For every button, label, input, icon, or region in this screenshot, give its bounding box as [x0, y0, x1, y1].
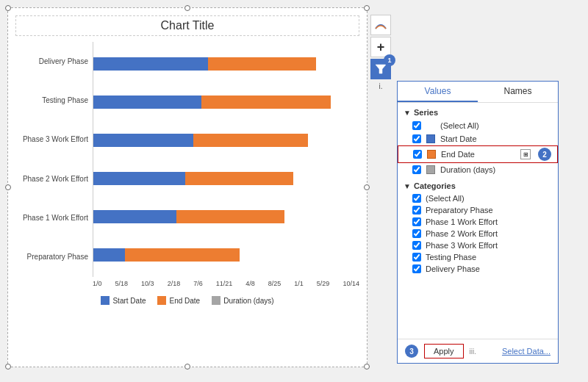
x-axis-label: 5/18 [115, 280, 129, 292]
category-checkbox[interactable] [412, 241, 421, 250]
bar-blue-segment [93, 248, 125, 262]
category-filter-item[interactable]: Phase 3 Work Effort [398, 239, 558, 251]
bars-and-xaxis: 1/05/1810/32/187/611/214/88/251/15/2910/… [93, 42, 359, 292]
badge-2: 2 [538, 148, 551, 161]
category-label-text: (Select All) [426, 194, 552, 203]
chart-wrapper: Chart Title Delivery PhaseTesting PhaseP… [7, 7, 368, 367]
bar-orange-segment [193, 134, 308, 147]
handle-bottom-left[interactable] [5, 364, 11, 370]
series-checkbox[interactable] [412, 121, 421, 130]
legend-item: Start Date [101, 296, 146, 305]
categories-toggle[interactable]: ▼ [404, 182, 411, 190]
series-label-text: Duration (days) [440, 165, 552, 174]
series-checkbox[interactable] [412, 165, 421, 174]
bar-row [93, 132, 359, 148]
category-label-text: Phase 1 Work Effort [426, 217, 552, 226]
y-axis-label: Phase 2 Work Effort [15, 175, 88, 184]
category-filter-item[interactable]: (Select All) [398, 192, 558, 204]
categories-header: ▼ Categories [398, 179, 558, 192]
bar-orange-segment [208, 57, 316, 71]
bars-container [93, 42, 359, 277]
legend-color-box [157, 296, 166, 305]
y-axis-label: Delivery Phase [15, 57, 88, 66]
chart-legend: Start DateEnd DateDuration (days) [15, 296, 359, 305]
y-axis-label: Phase 3 Work Effort [15, 135, 88, 144]
bar-row [93, 56, 359, 72]
series-label: Series [414, 108, 438, 117]
tab-names[interactable]: Names [478, 82, 558, 102]
edit-icon[interactable]: ⊞ [520, 149, 531, 159]
y-axis-label: Preparatory Phase [15, 253, 88, 262]
bar-row [93, 209, 359, 225]
x-axis-label: 5/29 [317, 280, 330, 292]
series-header: ▼ Series [398, 106, 558, 119]
series-filter-item[interactable]: End Date⊞2 [398, 145, 558, 163]
category-filter-item[interactable]: Delivery Phase [398, 263, 558, 275]
bar-orange-segment [201, 96, 331, 109]
bar-row [93, 170, 359, 187]
svg-marker-0 [376, 65, 386, 73]
chart-area: Delivery PhaseTesting PhasePhase 3 Work … [15, 42, 359, 292]
bar-blue-segment [93, 134, 193, 147]
x-axis-label: 10/14 [343, 280, 359, 292]
handle-top-mid[interactable] [184, 5, 190, 11]
series-icon [426, 134, 436, 144]
category-checkbox[interactable] [412, 229, 421, 238]
series-label-text: End Date [441, 150, 516, 159]
x-axis-label: 4/8 [245, 280, 255, 292]
series-items: (Select All)Start DateEnd Date⊞2Duration… [398, 119, 558, 176]
handle-mid-left[interactable] [5, 184, 11, 190]
series-icon [426, 149, 437, 159]
category-filter-item[interactable]: Testing Phase [398, 251, 558, 263]
bar-row [93, 94, 359, 110]
main-container: Chart Title Delivery PhaseTesting PhaseP… [7, 7, 581, 375]
chart-elements-button[interactable] [370, 15, 391, 35]
x-axis-label: 1/0 [93, 280, 102, 292]
x-axis-label: 7/6 [193, 280, 203, 292]
categories-label: Categories [414, 181, 456, 190]
panel-footer: 3 Apply iii. Select Data... [398, 339, 558, 363]
legend-color-box [212, 296, 220, 305]
category-checkbox[interactable] [412, 253, 421, 262]
series-checkbox[interactable] [413, 150, 422, 159]
legend-label: End Date [169, 297, 200, 305]
apply-button[interactable]: Apply [424, 344, 464, 358]
chart-title[interactable]: Chart Title [15, 15, 359, 36]
category-checkbox[interactable] [412, 194, 421, 203]
series-filter-item[interactable]: (Select All) [398, 119, 558, 132]
handle-mid-right[interactable] [364, 184, 370, 190]
filter-toolbar-label: i. [370, 82, 391, 90]
footer-label: iii. [470, 347, 476, 356]
series-checkbox[interactable] [412, 134, 421, 143]
category-checkbox[interactable] [412, 217, 421, 226]
category-label-text: Delivery Phase [426, 264, 552, 273]
handle-bottom-right[interactable] [364, 364, 370, 370]
category-filter-item[interactable]: Preparatory Phase [398, 204, 558, 216]
panel-body: ▼ Series (Select All)Start DateEnd Date⊞… [398, 103, 558, 339]
handle-bottom-mid[interactable] [184, 364, 190, 370]
handle-top-right[interactable] [364, 5, 370, 11]
series-filter-item[interactable]: Start Date [398, 132, 558, 145]
x-axis-label: 2/18 [168, 280, 181, 292]
x-axis-label: 11/21 [216, 280, 233, 292]
category-checkbox[interactable] [412, 206, 421, 215]
chart-filters-button[interactable]: 1 [370, 59, 391, 79]
category-label-text: Preparatory Phase [426, 206, 552, 215]
tab-values[interactable]: Values [398, 82, 478, 102]
series-filter-item[interactable]: Duration (days) [398, 163, 558, 176]
legend-item: End Date [157, 296, 200, 305]
select-data-link[interactable]: Select Data... [502, 347, 551, 356]
bar-blue-segment [93, 172, 185, 185]
x-axis: 1/05/1810/32/187/611/214/88/251/15/2910/… [93, 277, 359, 292]
category-checkbox[interactable] [412, 264, 421, 273]
legend-label: Start Date [112, 297, 146, 305]
series-label-text: Start Date [440, 134, 552, 143]
chart-toolbar: + 1 i. [370, 15, 391, 375]
series-toggle[interactable]: ▼ [404, 109, 411, 116]
category-filter-item[interactable]: Phase 1 Work Effort [398, 216, 558, 228]
category-label-text: Testing Phase [426, 253, 552, 262]
bar-blue-segment [93, 210, 176, 223]
category-items: (Select All)Preparatory PhasePhase 1 Wor… [398, 192, 558, 275]
handle-top-left[interactable] [5, 5, 11, 11]
category-filter-item[interactable]: Phase 2 Work Effort [398, 228, 558, 239]
